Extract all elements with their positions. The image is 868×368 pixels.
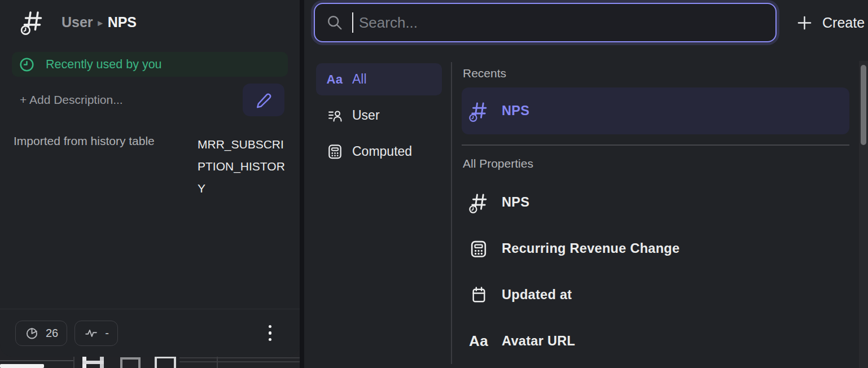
user-properties-icon xyxy=(326,107,344,124)
all-properties-header: All Properties xyxy=(463,157,849,170)
background-grid-line xyxy=(73,356,74,368)
background-divider-line xyxy=(179,357,300,358)
search-input[interactable] xyxy=(358,14,764,32)
category-label: Computed xyxy=(352,144,412,159)
recent-item-nps[interactable]: NPS xyxy=(462,87,849,134)
property-search-modal: Create Aa All User xyxy=(304,0,868,368)
panel-gap xyxy=(300,0,304,368)
text-cursor xyxy=(352,12,353,33)
property-footer: 26 - xyxy=(0,309,300,357)
property-item-label: Avatar URL xyxy=(502,334,575,349)
recent-item-label: NPS xyxy=(502,103,529,119)
activity-icon xyxy=(84,326,99,341)
category-list: Aa All User xyxy=(304,63,451,172)
background-table-fragment xyxy=(155,356,176,368)
category-computed[interactable]: Computed xyxy=(316,135,442,168)
description-row: + Add Description... xyxy=(20,84,284,116)
column-divider xyxy=(451,62,452,364)
recently-used-badge: Recently used by you xyxy=(12,52,288,77)
text-type-icon: Aa xyxy=(326,72,344,87)
property-item-label: NPS xyxy=(502,195,529,210)
trend-button[interactable]: - xyxy=(74,321,118,346)
property-header: User ▸ NPS xyxy=(20,9,300,35)
background-divider-line xyxy=(179,361,300,362)
create-button[interactable]: Create xyxy=(793,7,868,38)
kebab-menu-button[interactable] xyxy=(265,322,275,345)
create-label: Create xyxy=(822,15,865,31)
recents-header: Recents xyxy=(463,67,849,80)
scrollbar-thumb[interactable] xyxy=(861,65,866,145)
category-label: User xyxy=(352,108,380,123)
property-item-label: Updated at xyxy=(502,287,572,303)
property-item-nps[interactable]: NPS xyxy=(462,179,849,226)
calendar-icon xyxy=(468,286,489,304)
section-divider xyxy=(462,144,849,146)
search-icon xyxy=(326,14,343,31)
background-scroll-fragment xyxy=(0,364,44,368)
imported-meta-row: Imported from history table MRR_SUBSCRIP… xyxy=(14,133,286,199)
imported-meta-value: MRR_SUBSCRIPTION_HISTORY xyxy=(198,133,286,199)
background-grid-line xyxy=(217,356,218,368)
breadcrumb-parent[interactable]: User xyxy=(62,14,93,30)
category-label: All xyxy=(352,72,367,87)
property-item-avatar-url[interactable]: Aa Avatar URL xyxy=(462,318,849,365)
property-item-updated-at[interactable]: Updated at xyxy=(462,272,849,318)
edit-description-button[interactable] xyxy=(243,84,284,116)
scrollbar-track[interactable] xyxy=(859,61,868,368)
all-properties-list: NPS Recurring Revenue Change xyxy=(462,179,849,365)
breadcrumb-current: NPS xyxy=(108,14,137,30)
kebab-dot xyxy=(269,325,272,328)
clock-icon xyxy=(19,57,34,72)
numeric-property-history-icon xyxy=(468,100,489,122)
background-table-fragment xyxy=(82,361,104,364)
kebab-dot xyxy=(269,331,272,335)
property-item-label: Recurring Revenue Change xyxy=(502,241,680,256)
add-description-button[interactable]: + Add Description... xyxy=(20,93,123,107)
imported-meta-label: Imported from history table xyxy=(14,133,155,199)
category-all[interactable]: Aa All xyxy=(316,63,442,95)
trend-value: - xyxy=(105,327,109,340)
usage-count-button[interactable]: 26 xyxy=(15,321,67,346)
numeric-property-history-icon xyxy=(468,192,489,213)
property-item-recurring-revenue-change[interactable]: Recurring Revenue Change xyxy=(462,226,849,272)
property-details-panel: User ▸ NPS Recently used by you + Add De… xyxy=(0,0,300,357)
background-table-fragment xyxy=(120,357,141,368)
pie-chart-icon xyxy=(24,326,40,341)
breadcrumb: User ▸ NPS xyxy=(62,14,137,30)
plus-icon xyxy=(796,15,813,31)
usage-count: 26 xyxy=(46,327,58,340)
recently-used-label: Recently used by you xyxy=(46,58,162,72)
results-list: Recents NPS All Properties xyxy=(462,61,849,365)
numeric-property-history-icon xyxy=(20,9,45,35)
chevron-right-icon: ▸ xyxy=(98,17,103,28)
pencil-icon xyxy=(255,91,273,109)
text-type-icon: Aa xyxy=(468,332,489,350)
kebab-dot xyxy=(269,338,272,341)
search-box xyxy=(314,3,777,42)
background-divider-line xyxy=(0,360,73,361)
category-user[interactable]: User xyxy=(316,99,442,132)
calculator-icon xyxy=(468,239,489,259)
calculator-icon xyxy=(326,143,344,160)
